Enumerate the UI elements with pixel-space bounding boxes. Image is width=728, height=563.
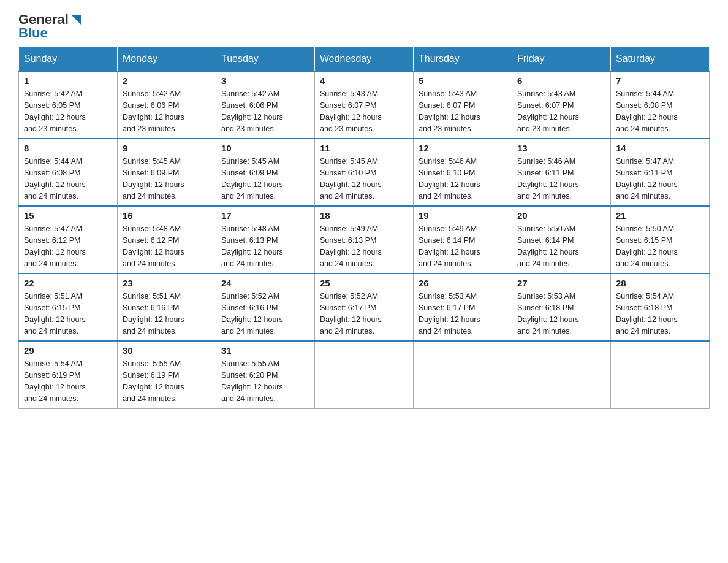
day-number: 9	[123, 143, 211, 153]
day-number: 19	[419, 210, 507, 221]
logo-blue-text: Blue	[18, 26, 82, 40]
day-info: Sunrise: 5:53 AMSunset: 6:17 PMDaylight:…	[419, 292, 480, 335]
day-number: 29	[24, 345, 112, 356]
calendar-cell: 29 Sunrise: 5:54 AMSunset: 6:19 PMDaylig…	[19, 341, 118, 408]
day-number: 6	[517, 75, 605, 86]
calendar-cell: 30 Sunrise: 5:55 AMSunset: 6:19 PMDaylig…	[118, 341, 216, 408]
calendar-cell: 7 Sunrise: 5:44 AMSunset: 6:08 PMDayligh…	[611, 71, 710, 139]
calendar-cell: 31 Sunrise: 5:55 AMSunset: 6:20 PMDaylig…	[216, 341, 315, 408]
day-number: 13	[517, 143, 605, 153]
day-number: 31	[221, 345, 309, 356]
calendar-cell: 11 Sunrise: 5:45 AMSunset: 6:10 PMDaylig…	[315, 139, 414, 206]
calendar-cell: 5 Sunrise: 5:43 AMSunset: 6:07 PMDayligh…	[414, 71, 512, 139]
day-info: Sunrise: 5:48 AMSunset: 6:12 PMDaylight:…	[123, 224, 184, 267]
calendar-day-header: Monday	[118, 47, 216, 72]
calendar-cell: 1 Sunrise: 5:42 AMSunset: 6:05 PMDayligh…	[19, 71, 118, 139]
day-info: Sunrise: 5:51 AMSunset: 6:15 PMDaylight:…	[24, 292, 86, 335]
calendar-cell: 4 Sunrise: 5:43 AMSunset: 6:07 PMDayligh…	[315, 71, 414, 139]
day-info: Sunrise: 5:43 AMSunset: 6:07 PMDaylight:…	[517, 90, 579, 132]
calendar-cell: 26 Sunrise: 5:53 AMSunset: 6:17 PMDaylig…	[414, 274, 512, 341]
day-number: 25	[320, 278, 408, 288]
calendar-week-row: 8 Sunrise: 5:44 AMSunset: 6:08 PMDayligh…	[19, 139, 710, 206]
day-number: 8	[24, 143, 112, 153]
day-number: 14	[616, 143, 704, 153]
calendar-cell: 18 Sunrise: 5:49 AMSunset: 6:13 PMDaylig…	[315, 206, 414, 274]
day-number: 11	[320, 143, 408, 153]
day-number: 12	[419, 143, 507, 153]
logo-wordmark: General Blue	[18, 12, 82, 40]
day-info: Sunrise: 5:43 AMSunset: 6:07 PMDaylight:…	[320, 90, 382, 132]
day-info: Sunrise: 5:46 AMSunset: 6:11 PMDaylight:…	[517, 157, 579, 200]
day-number: 20	[517, 210, 605, 221]
calendar-week-row: 1 Sunrise: 5:42 AMSunset: 6:05 PMDayligh…	[19, 71, 710, 139]
day-info: Sunrise: 5:45 AMSunset: 6:09 PMDaylight:…	[221, 157, 283, 200]
day-number: 18	[320, 210, 408, 221]
day-info: Sunrise: 5:54 AMSunset: 6:18 PMDaylight:…	[616, 292, 678, 335]
calendar-day-header: Tuesday	[216, 47, 315, 72]
calendar-cell	[315, 341, 414, 408]
day-info: Sunrise: 5:43 AMSunset: 6:07 PMDaylight:…	[419, 90, 480, 132]
day-number: 30	[123, 345, 211, 356]
day-info: Sunrise: 5:52 AMSunset: 6:16 PMDaylight:…	[221, 292, 283, 335]
calendar-cell: 17 Sunrise: 5:48 AMSunset: 6:13 PMDaylig…	[216, 206, 315, 274]
day-number: 17	[221, 210, 309, 221]
logo-triangle-icon	[70, 13, 82, 26]
calendar-cell: 13 Sunrise: 5:46 AMSunset: 6:11 PMDaylig…	[512, 139, 611, 206]
day-info: Sunrise: 5:55 AMSunset: 6:20 PMDaylight:…	[221, 359, 283, 402]
calendar-cell: 8 Sunrise: 5:44 AMSunset: 6:08 PMDayligh…	[19, 139, 118, 206]
day-number: 7	[616, 75, 704, 86]
svg-marker-0	[71, 15, 81, 25]
calendar-cell: 6 Sunrise: 5:43 AMSunset: 6:07 PMDayligh…	[512, 71, 611, 139]
day-number: 27	[517, 278, 605, 288]
day-number: 26	[419, 278, 507, 288]
day-info: Sunrise: 5:49 AMSunset: 6:14 PMDaylight:…	[419, 224, 480, 267]
calendar-cell: 10 Sunrise: 5:45 AMSunset: 6:09 PMDaylig…	[216, 139, 315, 206]
day-info: Sunrise: 5:50 AMSunset: 6:14 PMDaylight:…	[517, 224, 579, 267]
day-info: Sunrise: 5:52 AMSunset: 6:17 PMDaylight:…	[320, 292, 382, 335]
day-number: 15	[24, 210, 112, 221]
day-number: 21	[616, 210, 704, 221]
day-info: Sunrise: 5:44 AMSunset: 6:08 PMDaylight:…	[616, 90, 678, 132]
day-info: Sunrise: 5:42 AMSunset: 6:06 PMDaylight:…	[123, 90, 184, 132]
calendar-day-header: Sunday	[19, 47, 118, 72]
calendar-cell	[512, 341, 611, 408]
day-number: 3	[221, 75, 309, 86]
day-info: Sunrise: 5:42 AMSunset: 6:06 PMDaylight:…	[221, 90, 283, 132]
day-info: Sunrise: 5:49 AMSunset: 6:13 PMDaylight:…	[320, 224, 382, 267]
calendar-cell: 9 Sunrise: 5:45 AMSunset: 6:09 PMDayligh…	[118, 139, 216, 206]
calendar-week-row: 29 Sunrise: 5:54 AMSunset: 6:19 PMDaylig…	[19, 341, 710, 408]
calendar-day-header: Wednesday	[315, 47, 414, 72]
calendar-cell: 12 Sunrise: 5:46 AMSunset: 6:10 PMDaylig…	[414, 139, 512, 206]
calendar-cell: 19 Sunrise: 5:49 AMSunset: 6:14 PMDaylig…	[414, 206, 512, 274]
calendar-cell: 25 Sunrise: 5:52 AMSunset: 6:17 PMDaylig…	[315, 274, 414, 341]
page-header: General Blue	[18, 12, 710, 40]
day-number: 16	[123, 210, 211, 221]
calendar-day-header: Saturday	[611, 47, 710, 72]
day-info: Sunrise: 5:44 AMSunset: 6:08 PMDaylight:…	[24, 157, 86, 200]
day-info: Sunrise: 5:48 AMSunset: 6:13 PMDaylight:…	[221, 224, 283, 267]
calendar-week-row: 22 Sunrise: 5:51 AMSunset: 6:15 PMDaylig…	[19, 274, 710, 341]
day-number: 22	[24, 278, 112, 288]
day-number: 5	[419, 75, 507, 86]
day-info: Sunrise: 5:45 AMSunset: 6:09 PMDaylight:…	[123, 157, 184, 200]
calendar-cell: 2 Sunrise: 5:42 AMSunset: 6:06 PMDayligh…	[118, 71, 216, 139]
calendar-cell: 27 Sunrise: 5:53 AMSunset: 6:18 PMDaylig…	[512, 274, 611, 341]
day-number: 24	[221, 278, 309, 288]
day-number: 28	[616, 278, 704, 288]
calendar-day-header: Thursday	[414, 47, 512, 72]
day-info: Sunrise: 5:42 AMSunset: 6:05 PMDaylight:…	[24, 90, 86, 132]
calendar-cell: 28 Sunrise: 5:54 AMSunset: 6:18 PMDaylig…	[611, 274, 710, 341]
day-info: Sunrise: 5:51 AMSunset: 6:16 PMDaylight:…	[123, 292, 184, 335]
day-info: Sunrise: 5:47 AMSunset: 6:12 PMDaylight:…	[24, 224, 86, 267]
day-info: Sunrise: 5:50 AMSunset: 6:15 PMDaylight:…	[616, 224, 678, 267]
day-info: Sunrise: 5:47 AMSunset: 6:11 PMDaylight:…	[616, 157, 678, 200]
day-info: Sunrise: 5:45 AMSunset: 6:10 PMDaylight:…	[320, 157, 382, 200]
day-info: Sunrise: 5:54 AMSunset: 6:19 PMDaylight:…	[24, 359, 86, 402]
calendar-cell	[414, 341, 512, 408]
day-number: 2	[123, 75, 211, 86]
calendar-cell: 21 Sunrise: 5:50 AMSunset: 6:15 PMDaylig…	[611, 206, 710, 274]
calendar-header-row: SundayMondayTuesdayWednesdayThursdayFrid…	[19, 47, 710, 72]
calendar-cell: 22 Sunrise: 5:51 AMSunset: 6:15 PMDaylig…	[19, 274, 118, 341]
day-number: 23	[123, 278, 211, 288]
calendar-cell: 20 Sunrise: 5:50 AMSunset: 6:14 PMDaylig…	[512, 206, 611, 274]
